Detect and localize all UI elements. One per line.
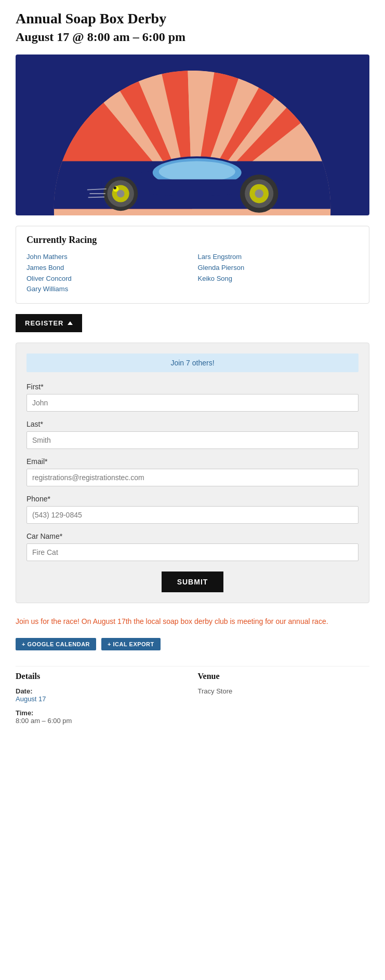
email-label: Email* bbox=[26, 457, 359, 466]
details-venue-grid: Details Date: August 17 Time: 8:00 am – … bbox=[16, 666, 369, 731]
hero-image bbox=[16, 55, 369, 215]
racer-name: Keiko Song bbox=[198, 274, 359, 284]
racer-name: Oliver Concord bbox=[26, 274, 188, 284]
racer-name: Gary Williams bbox=[26, 284, 188, 295]
time-label: Time: bbox=[16, 709, 188, 717]
time-row: Time: 8:00 am – 6:00 pm bbox=[16, 709, 188, 725]
svg-point-29 bbox=[255, 189, 263, 198]
racers-col2: Lars Engstrom Glenda Pierson Keiko Song bbox=[198, 252, 359, 295]
svg-point-23 bbox=[117, 190, 125, 198]
phone-group: Phone* bbox=[26, 495, 359, 524]
register-label: REGISTER bbox=[25, 319, 63, 327]
last-name-input[interactable] bbox=[26, 431, 359, 449]
svg-point-25 bbox=[113, 186, 116, 189]
racer-name: Lars Engstrom bbox=[198, 252, 359, 263]
venue-name: Tracy Store bbox=[198, 687, 370, 695]
event-description: Join us for the race! On August 17th the… bbox=[16, 616, 369, 627]
ical-export-button[interactable]: + ICAL EXPORT bbox=[101, 638, 161, 650]
car-name-input[interactable] bbox=[26, 543, 359, 561]
register-button[interactable]: REGISTER bbox=[16, 314, 82, 332]
racer-name: John Mathers bbox=[26, 252, 188, 263]
currently-racing-title: Currently Racing bbox=[26, 235, 359, 246]
details-section: Details Date: August 17 Time: 8:00 am – … bbox=[16, 672, 188, 731]
email-input[interactable] bbox=[26, 469, 359, 486]
time-value: 8:00 am – 6:00 pm bbox=[16, 717, 188, 725]
first-name-group: First* bbox=[26, 383, 359, 412]
last-name-group: Last* bbox=[26, 420, 359, 449]
first-name-label: First* bbox=[26, 383, 359, 391]
car-name-label: Car Name* bbox=[26, 532, 359, 540]
registration-form: Join 7 others! First* Last* Email* Phone… bbox=[16, 343, 369, 603]
racers-col1: John Mathers James Bond Oliver Concord G… bbox=[26, 252, 188, 295]
calendar-buttons: + GOOGLE CALENDAR + ICAL EXPORT bbox=[16, 638, 369, 650]
event-title: Annual Soap Box Derby bbox=[16, 10, 369, 27]
google-calendar-button[interactable]: + GOOGLE CALENDAR bbox=[16, 638, 96, 650]
currently-racing-box: Currently Racing John Mathers James Bond… bbox=[16, 226, 369, 304]
venue-heading: Venue bbox=[198, 672, 370, 681]
email-group: Email* bbox=[26, 457, 359, 486]
car-name-group: Car Name* bbox=[26, 532, 359, 561]
details-heading: Details bbox=[16, 672, 188, 681]
first-name-input[interactable] bbox=[26, 394, 359, 412]
svg-point-17 bbox=[159, 161, 235, 182]
venue-section: Venue Tracy Store bbox=[198, 672, 370, 731]
date-label: Date: bbox=[16, 687, 188, 695]
date-row: Date: August 17 bbox=[16, 687, 188, 703]
racer-name: Glenda Pierson bbox=[198, 263, 359, 274]
racers-grid: John Mathers James Bond Oliver Concord G… bbox=[26, 252, 359, 295]
event-date: August 17 @ 8:00 am – 6:00 pm bbox=[16, 30, 369, 44]
svg-line-32 bbox=[88, 197, 104, 197]
date-value: August 17 bbox=[16, 695, 188, 703]
phone-label: Phone* bbox=[26, 495, 359, 503]
phone-input[interactable] bbox=[26, 506, 359, 524]
racer-name: James Bond bbox=[26, 263, 188, 274]
join-banner: Join 7 others! bbox=[26, 353, 359, 372]
submit-button[interactable]: SUBMIT bbox=[162, 571, 224, 592]
last-name-label: Last* bbox=[26, 420, 359, 428]
arrow-up-icon bbox=[68, 321, 73, 325]
